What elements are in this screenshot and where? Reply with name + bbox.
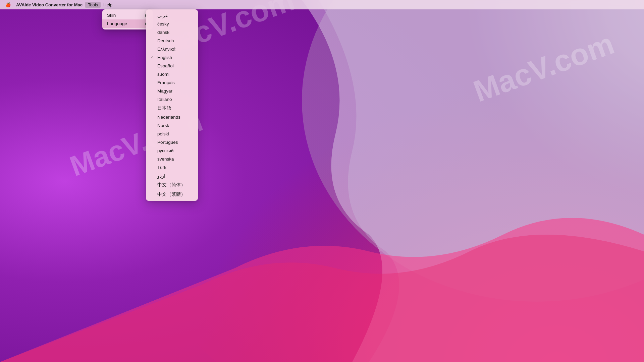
lang-portuguese[interactable]: Português xyxy=(146,138,198,146)
finnish-label: suomi xyxy=(157,72,193,77)
japanese-label: 日本語 xyxy=(157,105,193,111)
chinese-simplified-label: 中文（简体） xyxy=(157,182,193,188)
italian-label: Italiano xyxy=(157,97,193,102)
english-check xyxy=(151,55,155,60)
portuguese-label: Português xyxy=(157,140,193,145)
lang-turkish[interactable]: Türk xyxy=(146,163,198,172)
wallpaper xyxy=(0,0,644,362)
lang-greek[interactable]: Ελληνικά xyxy=(146,45,198,53)
chinese-traditional-label: 中文（繁體） xyxy=(157,191,193,197)
language-label: Language xyxy=(107,21,127,26)
swedish-label: svenska xyxy=(157,157,193,162)
tools-dropdown: Skin ▶ Language ▶ xyxy=(102,9,153,29)
lang-finnish[interactable]: suomi xyxy=(146,70,198,78)
turkish-label: Türk xyxy=(157,165,193,170)
tools-menu[interactable]: Tools xyxy=(85,2,101,8)
lang-german[interactable]: Deutsch xyxy=(146,37,198,45)
lang-polish[interactable]: polski xyxy=(146,130,198,138)
hungarian-label: Magyar xyxy=(157,88,193,94)
lang-french[interactable]: Français xyxy=(146,78,198,87)
apple-menu[interactable]: 🍎 xyxy=(3,2,13,8)
lang-arabic[interactable]: عربي xyxy=(146,11,198,20)
lang-norwegian[interactable]: Norsk xyxy=(146,121,198,130)
russian-label: русский xyxy=(157,148,193,153)
language-submenu: عربي česky dansk Deutsch Ελληνικά Englis… xyxy=(146,9,198,201)
urdu-label: اردو xyxy=(157,173,193,179)
lang-english[interactable]: English xyxy=(146,53,198,62)
app-name-menu[interactable]: AVAide Video Converter for Mac xyxy=(13,2,85,8)
lang-chinese-simplified[interactable]: 中文（简体） xyxy=(146,180,198,190)
greek-label: Ελληνικά xyxy=(157,47,193,52)
danish-label: dansk xyxy=(157,30,193,35)
dutch-label: Nederlands xyxy=(157,115,193,120)
english-label: English xyxy=(157,55,193,60)
skin-menu-item[interactable]: Skin ▶ xyxy=(102,11,153,19)
language-menu-item[interactable]: Language ▶ xyxy=(102,19,153,28)
lang-spanish[interactable]: Español xyxy=(146,62,198,70)
german-label: Deutsch xyxy=(157,38,193,43)
lang-chinese-traditional[interactable]: 中文（繁體） xyxy=(146,190,198,199)
help-menu[interactable]: Help xyxy=(101,2,115,8)
norwegian-label: Norsk xyxy=(157,123,193,128)
lang-dutch[interactable]: Nederlands xyxy=(146,113,198,121)
french-label: Français xyxy=(157,80,193,85)
menubar: 🍎 AVAide Video Converter for Mac Tools H… xyxy=(0,0,644,9)
lang-italian[interactable]: Italiano xyxy=(146,95,198,104)
lang-danish[interactable]: dansk xyxy=(146,28,198,37)
lang-japanese[interactable]: 日本語 xyxy=(146,104,198,113)
lang-czech[interactable]: česky xyxy=(146,20,198,28)
lang-hungarian[interactable]: Magyar xyxy=(146,87,198,95)
arabic-label: عربي xyxy=(157,13,193,18)
skin-label: Skin xyxy=(107,13,116,18)
polish-label: polski xyxy=(157,131,193,136)
spanish-label: Español xyxy=(157,63,193,68)
czech-label: česky xyxy=(157,21,193,26)
lang-russian[interactable]: русский xyxy=(146,146,198,155)
lang-swedish[interactable]: svenska xyxy=(146,155,198,163)
lang-urdu[interactable]: اردو xyxy=(146,172,198,180)
